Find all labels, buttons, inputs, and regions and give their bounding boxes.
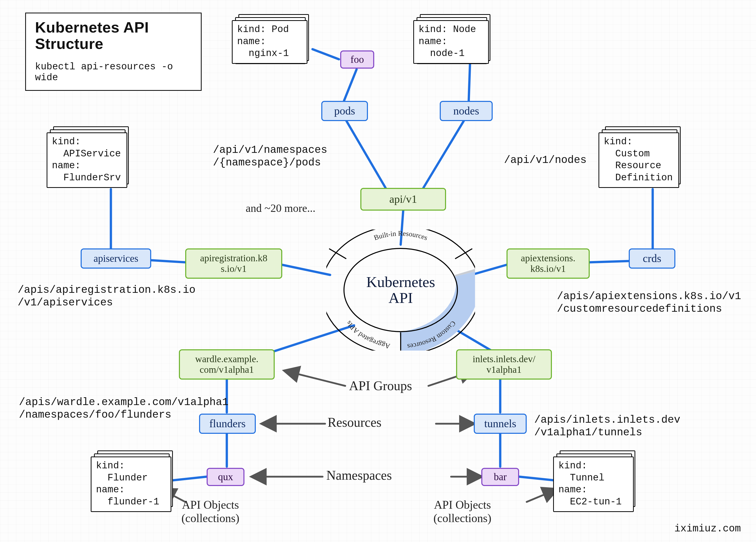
ring-segment-builtin: Built-in Resources bbox=[373, 229, 429, 241]
diagram-canvas: Kubernetes API Structure kubectl api-res… bbox=[0, 0, 756, 542]
svg-line-2 bbox=[423, 121, 464, 188]
path-inlets: /apis/inlets.inlets.dev /v1alpha1/tunnel… bbox=[534, 414, 680, 439]
resource-tunnels: tunnels bbox=[474, 414, 527, 434]
object-crd: kind: Custom Resource Definition bbox=[599, 127, 679, 183]
svg-line-3 bbox=[344, 69, 357, 101]
resource-pods: pods bbox=[321, 101, 368, 121]
svg-line-6 bbox=[282, 265, 330, 275]
ring-center-label: Kubernetes API bbox=[366, 274, 435, 306]
label-api-objects-left: API Objects (collections) bbox=[181, 498, 239, 525]
apigroup-wardle: wardle.example. com/v1alpha1 bbox=[179, 349, 275, 380]
namespace-foo: foo bbox=[340, 50, 374, 69]
apigroup-api-v1: api/v1 bbox=[360, 188, 446, 210]
label-api-groups: API Groups bbox=[349, 378, 412, 393]
object-apiservice: kind: APIService name: FlunderSrv bbox=[47, 127, 127, 183]
svg-line-5 bbox=[469, 64, 470, 101]
svg-line-27 bbox=[527, 489, 557, 502]
path-apiservices: /apis/apiregistration.k8s.io /v1/apiserv… bbox=[18, 284, 196, 309]
object-node: kind: Node name: node-1 bbox=[413, 15, 489, 59]
svg-line-4 bbox=[312, 49, 339, 59]
namespace-bar: bar bbox=[481, 468, 519, 486]
svg-line-9 bbox=[471, 265, 507, 275]
object-flunder: kind: Flunder name: flunder-1 bbox=[91, 452, 171, 507]
resource-apiservices: apiservices bbox=[81, 248, 151, 268]
credit: iximiuz.com bbox=[674, 523, 741, 534]
resource-crds: crds bbox=[629, 248, 675, 268]
apigroup-apiregistration: apiregistration.k8 s.io/v1 bbox=[185, 248, 282, 279]
svg-line-19 bbox=[519, 477, 556, 480]
object-pod: kind: Pod name: nginx-1 bbox=[232, 15, 307, 59]
namespace-qux: qux bbox=[207, 468, 244, 486]
resource-nodes: nodes bbox=[440, 101, 493, 121]
label-and-more: and ~20 more... bbox=[246, 202, 316, 214]
svg-line-20 bbox=[285, 371, 345, 386]
api-ring: Built-in Resources Custom Resources Aggr… bbox=[326, 229, 475, 351]
svg-line-15 bbox=[171, 477, 207, 480]
label-namespaces: Namespaces bbox=[326, 468, 392, 483]
path-crds: /apis/apiextensions.k8s.io/v1 /customres… bbox=[557, 290, 741, 316]
apigroup-inlets: inlets.inlets.dev/ v1alpha1 bbox=[456, 349, 552, 380]
svg-line-10 bbox=[590, 261, 629, 262]
title-card: Kubernetes API Structure kubectl api-res… bbox=[25, 13, 202, 91]
svg-text:Built-in Resources: Built-in Resources bbox=[373, 229, 429, 241]
kubectl-command: kubectl api-resources -o wide bbox=[35, 61, 192, 83]
path-wardle: /apis/wardle.example.com/v1alpha1 /names… bbox=[19, 396, 229, 422]
path-nodes: /api/v1/nodes bbox=[504, 154, 587, 166]
svg-line-1 bbox=[347, 121, 386, 188]
apigroup-apiextensions: apiextensions. k8s.io/v1 bbox=[507, 248, 590, 279]
label-resources: Resources bbox=[328, 415, 382, 430]
object-tunnel: kind: Tunnel name: EC2-tun-1 bbox=[553, 452, 634, 507]
path-pods: /api/v1/namespaces /{namespace}/pods bbox=[213, 144, 327, 169]
label-api-objects-right: API Objects (collections) bbox=[433, 498, 491, 525]
diagram-title: Kubernetes API Structure bbox=[35, 19, 192, 52]
